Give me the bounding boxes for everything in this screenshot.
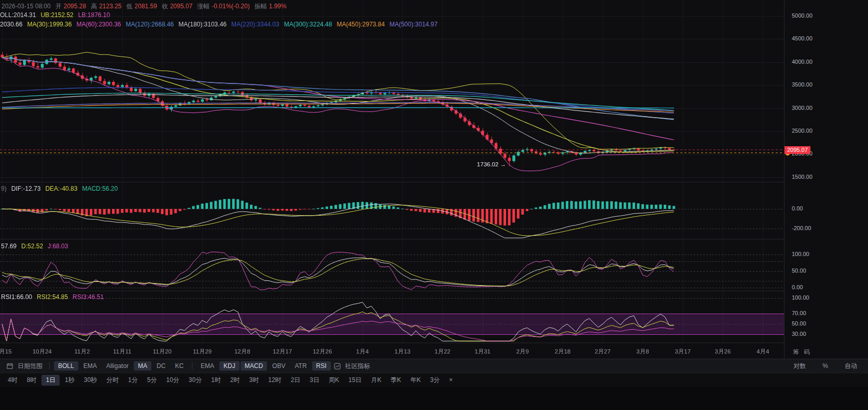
price-axis-label: 30.00 [792, 331, 806, 337]
x-axis-label: 10月24 [33, 348, 52, 356]
interval-button-季K[interactable]: 季K [386, 375, 405, 386]
overlay-button-Alligator[interactable]: Alligator [102, 361, 133, 371]
interval-button-5分[interactable]: 5分 [143, 375, 161, 386]
x-axis-label: 1月22 [435, 348, 451, 356]
calendar-icon [7, 363, 13, 369]
interval-button-3时[interactable]: 3时 [245, 375, 263, 386]
scale-button-group: 对数%自动 [789, 361, 862, 372]
x-axis-label: 4月4 [757, 348, 769, 356]
indicator-button-RSI[interactable]: RSI [312, 361, 331, 371]
interval-button-30秒[interactable]: 30秒 [80, 375, 101, 386]
community-indicators-icon [334, 363, 341, 370]
price-axis-label: 5000.00 [792, 12, 813, 19]
community-indicators-button[interactable]: 社区指标 [342, 361, 373, 372]
interval-button-15日[interactable]: 15日 [344, 375, 366, 386]
interval-button-1分[interactable]: 1分 [124, 375, 142, 386]
x-axis-label: 12月17 [273, 348, 292, 356]
x-axis-label: 11月29 [193, 348, 212, 356]
interval-button-group: 4时8时1日1秒30秒分时1分5分10分30分1时2时3时12时2日3日周K15… [3, 375, 457, 386]
interval-button-8时[interactable]: 8时 [23, 375, 41, 386]
indicator-toolbar: 日期范围 BOLLEMAAlligatorMADCKC EMAKDJMACDOB… [0, 359, 868, 373]
date-range-button[interactable]: 日期范围 [15, 361, 46, 372]
overlay-button-EMA[interactable]: EMA [79, 361, 101, 371]
indicator-button-ATR[interactable]: ATR [290, 361, 311, 371]
chart-canvas[interactable] [0, 0, 784, 359]
indicator-button-OBV[interactable]: OBV [268, 361, 289, 371]
interval-button-2时[interactable]: 2时 [226, 375, 244, 386]
current-price-badge: 2095.07 [785, 146, 810, 154]
price-axis-label: 4000.00 [792, 59, 813, 65]
price-axis-label: 1500.00 [792, 174, 813, 180]
indicator-button-KDJ[interactable]: KDJ [219, 361, 240, 371]
x-axis[interactable]: 10月1510月2411月211月1111月2011月2912月812月1712… [0, 343, 784, 359]
overlay-button-MA[interactable]: MA [134, 361, 151, 371]
bottom-filler [0, 387, 868, 410]
interval-button-2日[interactable]: 2日 [287, 375, 305, 386]
x-axis-label: 3月26 [715, 348, 731, 356]
price-axis[interactable]: 2095.07 筹码 5000.004500.004000.003500.003… [784, 0, 868, 359]
interval-button-3日[interactable]: 3日 [305, 375, 324, 386]
x-axis-label: 3月8 [636, 348, 649, 356]
interval-button-1日[interactable]: 1日 [41, 375, 60, 386]
price-axis-label: 4500.00 [792, 35, 813, 41]
scale-button-%[interactable]: % [818, 361, 832, 371]
interval-button-分时[interactable]: 分时 [102, 375, 123, 386]
interval-button-×[interactable]: × [445, 375, 457, 385]
low-price-annotation: 1736.02 → [477, 161, 506, 167]
price-axis-label: 100.00 [792, 294, 809, 301]
price-axis-label: 70.00 [792, 310, 806, 316]
price-axis-label: -200.00 [792, 225, 811, 231]
interval-button-周K[interactable]: 周K [325, 375, 343, 386]
interval-button-3分[interactable]: 3分 [426, 375, 444, 386]
x-axis-label: 2月18 [555, 348, 571, 356]
scale-button-对数[interactable]: 对数 [789, 361, 810, 372]
overlay-button-DC[interactable]: DC [152, 361, 170, 371]
x-axis-label: 10月15 [0, 348, 12, 356]
x-axis-label: 1月4 [356, 348, 369, 356]
indicator-button-EMA[interactable]: EMA [197, 361, 218, 371]
interval-button-4时[interactable]: 4时 [4, 375, 22, 386]
interval-button-1时[interactable]: 1时 [207, 375, 225, 386]
oscillator-button-group: EMAKDJMACDOBVATRRSI [196, 361, 331, 371]
trading-app: 2026-03-15 08:00开2095.28高2123.25低2081.59… [0, 0, 868, 410]
toolbar-divider [192, 362, 192, 370]
price-axis-label: 50.00 [792, 267, 806, 274]
interval-button-年K[interactable]: 年K [406, 375, 425, 386]
price-axis-label: 0.00 [792, 284, 803, 290]
x-axis-label: 2月9 [516, 348, 529, 356]
chart-area[interactable]: 2026-03-15 08:00开2095.28高2123.25低2081.59… [0, 0, 784, 359]
price-axis-label: 0.00 [792, 205, 803, 211]
x-axis-label: 1月31 [474, 348, 491, 356]
price-axis-label: 50.00 [792, 320, 806, 327]
price-axis-label: 100.00 [792, 251, 809, 257]
interval-button-1秒[interactable]: 1秒 [61, 375, 79, 386]
x-axis-label: 2月27 [595, 348, 611, 356]
overlay-button-group: BOLLEMAAlligatorMADCKC [53, 361, 188, 371]
price-axis-label: 2500.00 [792, 128, 813, 134]
overlay-button-BOLL[interactable]: BOLL [54, 361, 78, 371]
indicator-button-MACD[interactable]: MACD [241, 361, 267, 371]
toolbar-divider [49, 362, 50, 370]
x-axis-label: 1月13 [395, 348, 411, 356]
interval-button-月K[interactable]: 月K [367, 375, 385, 386]
price-axis-label: 3500.00 [792, 81, 813, 88]
interval-button-10分[interactable]: 10分 [162, 375, 183, 386]
interval-toolbar: 4时8时1日1秒30秒分时1分5分10分30分1时2时3时12时2日3日周K15… [0, 373, 868, 387]
overlay-button-KC[interactable]: KC [171, 361, 188, 371]
interval-button-30分[interactable]: 30分 [185, 375, 206, 386]
price-axis-label: 3000.00 [792, 105, 813, 111]
interval-button-12时[interactable]: 12时 [264, 375, 285, 386]
x-axis-label: 11月20 [153, 348, 172, 356]
x-axis-label: 12月26 [313, 348, 332, 356]
axis-side-toggles[interactable]: 筹码 [793, 348, 815, 356]
x-axis-label: 11月2 [75, 348, 90, 356]
scale-button-自动[interactable]: 自动 [841, 361, 861, 372]
x-axis-label: 12月8 [234, 348, 250, 356]
x-axis-label: 11月11 [113, 348, 131, 356]
x-axis-label: 3月17 [675, 348, 691, 356]
